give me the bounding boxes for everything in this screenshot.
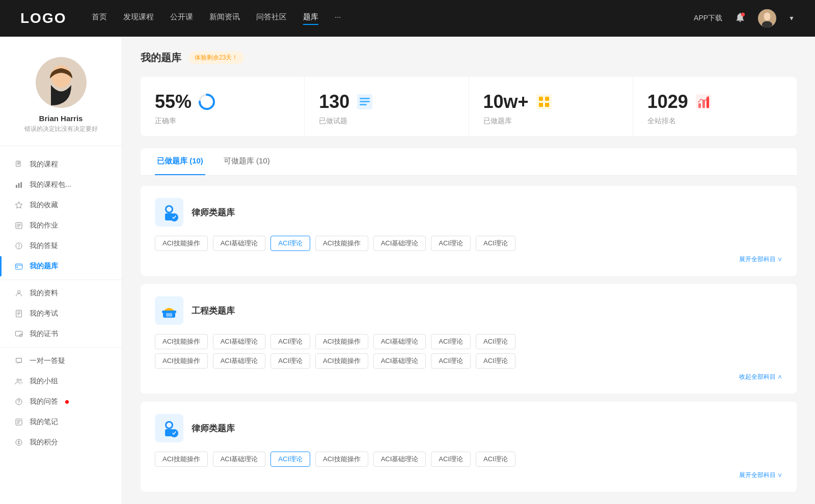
nav-link-home[interactable]: 首页 <box>92 12 107 25</box>
sidebar-item-my-bank[interactable]: 我的题库 <box>0 256 122 276</box>
tag[interactable]: ACI理论 <box>431 334 471 349</box>
stat-value-rank: 1029 <box>647 91 688 113</box>
sidebar-label: 我的收藏 <box>30 201 58 210</box>
navbar: LOGO 首页 发现课程 公开课 新闻资讯 问答社区 题库 ··· APP下载 … <box>0 0 815 37</box>
profile-avatar <box>36 57 87 108</box>
notes-icon <box>14 417 23 427</box>
svg-rect-46 <box>166 313 172 317</box>
sidebar-item-my-answers[interactable]: 我的问答 <box>0 391 122 412</box>
profile-icon <box>14 289 23 298</box>
tag[interactable]: ACI基础理论 <box>373 353 426 369</box>
bank-card-header: 律师类题库 <box>155 198 782 227</box>
tag[interactable]: ACI理论 <box>476 353 515 369</box>
tag[interactable]: ACI理论 <box>476 334 515 349</box>
bell-icon[interactable] <box>735 12 746 25</box>
sidebar-item-my-favorites[interactable]: 我的收藏 <box>0 195 122 215</box>
bank-icon <box>14 262 23 271</box>
nav-link-news[interactable]: 新闻资讯 <box>209 12 240 25</box>
file-icon <box>14 160 23 169</box>
doc-icon <box>14 221 23 230</box>
svg-rect-31 <box>536 94 552 109</box>
nav-right: APP下载 ▼ <box>694 9 795 27</box>
tag[interactable]: ACI技能操作 <box>315 452 368 467</box>
bank-card-lawyer-2: 律师类题库 ACI技能操作 ACI基础理论 ACI理论 ACI技能操作 ACI基… <box>141 402 797 492</box>
sidebar-item-my-points[interactable]: 我的积分 <box>0 432 122 453</box>
tag[interactable]: ACI理论 <box>431 236 471 251</box>
tag[interactable]: ACI基础理论 <box>373 334 426 349</box>
tag-active[interactable]: ACI理论 <box>270 452 310 467</box>
stat-done-questions: 130 已做试题 <box>305 77 469 136</box>
sidebar-label: 我的考试 <box>30 309 58 318</box>
sidebar-label: 我的积分 <box>30 438 58 447</box>
stats-row: 55% 正确率 130 <box>141 77 797 136</box>
tag[interactable]: ACI技能操作 <box>315 236 368 251</box>
tab-available[interactable]: 可做题库 (10) <box>222 148 272 175</box>
bank-tabs: 已做题库 (10) 可做题库 (10) <box>141 148 797 176</box>
tag[interactable]: ACI技能操作 <box>155 236 208 251</box>
sidebar-item-my-courses[interactable]: 我的课程 <box>0 154 122 175</box>
nav-link-discover[interactable]: 发现课程 <box>123 12 154 25</box>
tag[interactable]: ACI基础理论 <box>213 452 266 467</box>
sidebar-label: 我的小组 <box>30 377 58 386</box>
expand-link-2[interactable]: 收起全部科目 ∧ <box>155 373 782 381</box>
sidebar-item-my-homework[interactable]: 我的作业 <box>0 215 122 236</box>
chat-icon <box>14 356 23 366</box>
sidebar-item-my-packages[interactable]: 我的课程包... <box>0 175 122 195</box>
svg-point-19 <box>17 379 19 381</box>
tab-done[interactable]: 已做题库 (10) <box>155 148 205 175</box>
tag[interactable]: ACI基础理论 <box>213 236 266 251</box>
user-avatar[interactable] <box>758 9 776 27</box>
tag[interactable]: ACI技能操作 <box>155 334 208 349</box>
sidebar-item-my-notes[interactable]: 我的笔记 <box>0 412 122 432</box>
tag[interactable]: ACI基础理论 <box>373 236 426 251</box>
sidebar-item-my-exam[interactable]: 我的考试 <box>0 303 122 324</box>
sidebar-label: 我的笔记 <box>30 417 58 427</box>
sidebar-item-one-on-one[interactable]: 一对一答疑 <box>0 351 122 371</box>
stat-value-banks: 10w+ <box>483 91 529 113</box>
tag[interactable]: ACI理论 <box>431 452 471 467</box>
profile-name: Brian Harris <box>39 114 83 123</box>
chevron-down-icon[interactable]: ▼ <box>789 15 795 22</box>
sidebar-item-my-profile[interactable]: 我的资料 <box>0 283 122 303</box>
svg-point-22 <box>18 403 19 404</box>
expand-link-3[interactable]: 展开全部科目 ∨ <box>155 471 782 480</box>
tag[interactable]: ACI技能操作 <box>155 452 208 467</box>
svg-rect-45 <box>162 311 176 313</box>
star-icon <box>14 201 23 210</box>
tags-row-1: ACI技能操作 ACI基础理论 ACI理论 ACI技能操作 ACI基础理论 AC… <box>155 236 782 251</box>
sidebar-label: 我的题库 <box>30 262 58 271</box>
svg-rect-37 <box>698 103 701 108</box>
nav-link-open[interactable]: 公开课 <box>170 12 193 25</box>
tag[interactable]: ACI基础理论 <box>373 452 426 467</box>
tag[interactable]: ACI基础理论 <box>213 353 266 369</box>
tag[interactable]: ACI技能操作 <box>155 353 208 369</box>
bar-chart-icon <box>694 93 713 111</box>
nav-link-bank[interactable]: 题库 <box>303 12 318 25</box>
tag[interactable]: ACI技能操作 <box>315 353 368 369</box>
expand-link-1[interactable]: 展开全部科目 ∨ <box>155 255 782 264</box>
tag[interactable]: ACI理论 <box>476 236 515 251</box>
stat-label-done: 已做试题 <box>319 117 454 126</box>
sidebar-item-my-cert[interactable]: 我的证书 <box>0 324 122 344</box>
tag[interactable]: ACI技能操作 <box>315 334 368 349</box>
app-download[interactable]: APP下载 <box>694 14 722 23</box>
tag[interactable]: ACI理论 <box>270 353 310 369</box>
tag[interactable]: ACI理论 <box>476 452 515 467</box>
notification-dot <box>65 400 69 404</box>
sidebar-label: 我的证书 <box>30 329 58 339</box>
svg-rect-8 <box>18 183 20 188</box>
bank-card-title-3: 律师类题库 <box>192 423 235 434</box>
tag[interactable]: ACI理论 <box>431 353 471 369</box>
tag[interactable]: ACI理论 <box>270 334 310 349</box>
nav-link-qa[interactable]: 问答社区 <box>256 12 287 25</box>
svg-point-20 <box>20 379 21 381</box>
nav-link-more[interactable]: ··· <box>335 12 341 25</box>
sidebar-item-my-group[interactable]: 我的小组 <box>0 371 122 391</box>
svg-rect-13 <box>15 264 22 269</box>
sidebar-item-my-questions[interactable]: 我的答疑 <box>0 236 122 256</box>
tag[interactable]: ACI基础理论 <box>213 334 266 349</box>
bank-card-header: 工程类题库 <box>155 296 782 325</box>
tag-active[interactable]: ACI理论 <box>270 236 310 251</box>
svg-point-0 <box>741 12 745 16</box>
sidebar: Brian Harris 错误的决定比没有决定要好 我的课程 我的课程包... <box>0 37 122 504</box>
